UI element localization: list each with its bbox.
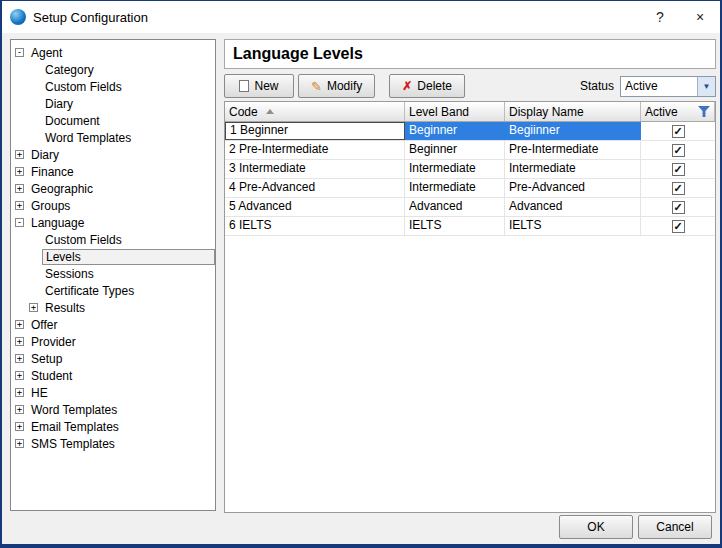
expand-icon[interactable]: +	[15, 354, 24, 363]
tree-item-label[interactable]: Levels	[42, 249, 215, 265]
tree-item-student[interactable]: +Student	[11, 367, 215, 384]
tree-item-label[interactable]: Email Templates	[28, 419, 122, 435]
cell-level-band[interactable]: Beginner	[405, 141, 505, 159]
tree-item-label[interactable]: Provider	[28, 334, 79, 350]
tree-item-diary[interactable]: +Diary	[11, 146, 215, 163]
new-button[interactable]: New	[224, 74, 294, 98]
expand-icon[interactable]: +	[29, 303, 38, 312]
tree-item-label[interactable]: Category	[42, 62, 97, 78]
collapse-icon[interactable]: -	[15, 48, 24, 57]
expand-icon[interactable]: +	[15, 439, 24, 448]
tree-item-email-templates[interactable]: +Email Templates	[11, 418, 215, 435]
active-checkbox[interactable]: ✓	[672, 182, 685, 195]
tree-item-label[interactable]: Agent	[28, 45, 65, 61]
cell-display-name[interactable]: Pre-Advanced	[505, 179, 641, 197]
tree-item-label[interactable]: Word Templates	[28, 402, 120, 418]
cancel-button[interactable]: Cancel	[638, 515, 712, 539]
tree-item-label[interactable]: Setup	[28, 351, 65, 367]
tree-item-label[interactable]: Word Templates	[42, 130, 134, 146]
expand-icon[interactable]: +	[15, 405, 24, 414]
tree-item-label[interactable]: HE	[28, 385, 51, 401]
close-button[interactable]: ×	[680, 1, 720, 33]
tree-item-setup[interactable]: +Setup	[11, 350, 215, 367]
collapse-icon[interactable]: -	[15, 218, 24, 227]
chevron-down-icon[interactable]: ▼	[697, 77, 715, 96]
table-row[interactable]: 6 IELTSIELTSIELTS✓	[225, 217, 715, 236]
tree-item-label[interactable]: Finance	[28, 164, 77, 180]
table-row[interactable]: 3 IntermediateIntermediateIntermediate✓	[225, 160, 715, 179]
tree-item-word-templates[interactable]: Word Templates	[11, 129, 215, 146]
cell-level-band[interactable]: Advanced	[405, 198, 505, 216]
tree-item-label[interactable]: Document	[42, 113, 103, 129]
expand-icon[interactable]: +	[15, 150, 24, 159]
cell-level-band[interactable]: Intermediate	[405, 179, 505, 197]
cell-level-band[interactable]: Beginner	[405, 122, 505, 140]
tree-item-sessions[interactable]: Sessions	[11, 265, 215, 282]
tree-item-label[interactable]: Custom Fields	[42, 79, 125, 95]
table-row[interactable]: 4 Pre-AdvancedIntermediatePre-Advanced✓	[225, 179, 715, 198]
tree-item-custom-fields[interactable]: Custom Fields	[11, 231, 215, 248]
tree-item-offer[interactable]: +Offer	[11, 316, 215, 333]
cell-code[interactable]: 5 Advanced	[225, 198, 405, 216]
tree-item-geographic[interactable]: +Geographic	[11, 180, 215, 197]
cell-display-name[interactable]: Advanced	[505, 198, 641, 216]
status-dropdown[interactable]: Active ▼	[620, 76, 716, 97]
ok-button[interactable]: OK	[559, 515, 633, 539]
tree-item-groups[interactable]: +Groups	[11, 197, 215, 214]
tree-item-label[interactable]: Custom Fields	[42, 232, 125, 248]
column-header-level-band[interactable]: Level Band	[405, 102, 505, 121]
delete-button[interactable]: ✗ Delete	[389, 74, 465, 98]
cell-display-name[interactable]: Pre-Intermediate	[505, 141, 641, 159]
column-header-active[interactable]: Active	[641, 102, 715, 121]
tree-item-label[interactable]: Geographic	[28, 181, 96, 197]
table-row[interactable]: 1 BeginnerBeginnerBegiinner✓	[225, 122, 715, 141]
cell-level-band[interactable]: IELTS	[405, 217, 505, 235]
tree-item-category[interactable]: Category	[11, 61, 215, 78]
expand-icon[interactable]: +	[15, 201, 24, 210]
expand-icon[interactable]: +	[15, 422, 24, 431]
tree-item-results[interactable]: +Results	[11, 299, 215, 316]
active-checkbox[interactable]: ✓	[672, 220, 685, 233]
active-checkbox[interactable]: ✓	[672, 144, 685, 157]
tree-item-label[interactable]: SMS Templates	[28, 436, 118, 452]
tree-item-diary[interactable]: Diary	[11, 95, 215, 112]
cell-display-name[interactable]: Begiinner	[505, 122, 641, 140]
help-button[interactable]: ?	[640, 1, 680, 33]
tree-item-label[interactable]: Certificate Types	[42, 283, 137, 299]
tree-item-sms-templates[interactable]: +SMS Templates	[11, 435, 215, 452]
cell-code[interactable]: 4 Pre-Advanced	[225, 179, 405, 197]
cell-code[interactable]: 6 IELTS	[225, 217, 405, 235]
column-header-display-name[interactable]: Display Name	[505, 102, 641, 121]
active-checkbox[interactable]: ✓	[672, 163, 685, 176]
tree-item-label[interactable]: Offer	[28, 317, 60, 333]
expand-icon[interactable]: +	[15, 337, 24, 346]
tree-item-label[interactable]: Student	[28, 368, 75, 384]
table-row[interactable]: 5 AdvancedAdvancedAdvanced✓	[225, 198, 715, 217]
tree-item-word-templates[interactable]: +Word Templates	[11, 401, 215, 418]
cell-level-band[interactable]: Intermediate	[405, 160, 505, 178]
tree-item-provider[interactable]: +Provider	[11, 333, 215, 350]
tree-item-he[interactable]: +HE	[11, 384, 215, 401]
cell-code[interactable]: 2 Pre-Intermediate	[225, 141, 405, 159]
expand-icon[interactable]: +	[15, 388, 24, 397]
cell-display-name[interactable]: Intermediate	[505, 160, 641, 178]
expand-icon[interactable]: +	[15, 167, 24, 176]
tree-item-label[interactable]: Diary	[42, 96, 76, 112]
tree-item-custom-fields[interactable]: Custom Fields	[11, 78, 215, 95]
expand-icon[interactable]: +	[15, 320, 24, 329]
tree-item-label[interactable]: Language	[28, 215, 87, 231]
active-checkbox[interactable]: ✓	[672, 201, 685, 214]
tree-item-label[interactable]: Diary	[28, 147, 62, 163]
tree-item-language[interactable]: -Language	[11, 214, 215, 231]
tree-item-agent[interactable]: -Agent	[11, 44, 215, 61]
active-checkbox[interactable]: ✓	[672, 125, 685, 138]
tree-item-label[interactable]: Groups	[28, 198, 73, 214]
filter-icon[interactable]	[698, 106, 710, 117]
tree-item-certificate-types[interactable]: Certificate Types	[11, 282, 215, 299]
column-header-code[interactable]: Code	[225, 102, 405, 121]
tree-item-label[interactable]: Sessions	[42, 266, 97, 282]
tree-item-label[interactable]: Results	[42, 300, 88, 316]
expand-icon[interactable]: +	[15, 371, 24, 380]
tree-item-levels[interactable]: Levels	[11, 248, 215, 265]
tree-item-finance[interactable]: +Finance	[11, 163, 215, 180]
